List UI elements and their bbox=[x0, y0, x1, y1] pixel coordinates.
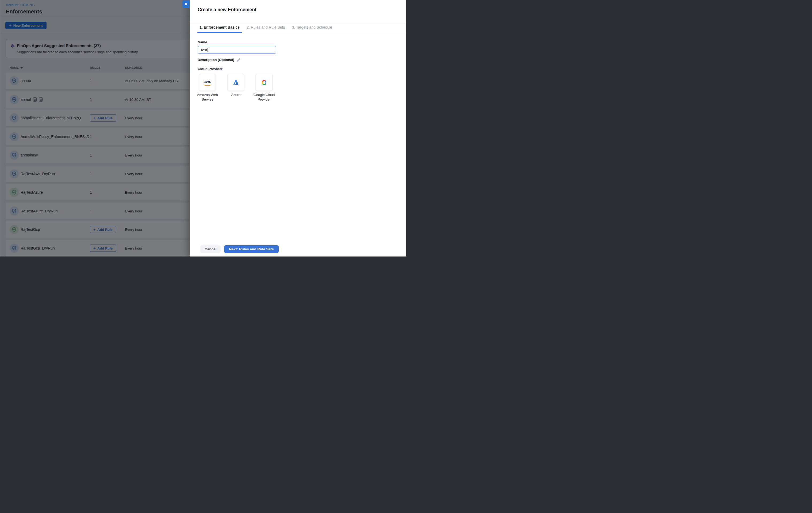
provider-card-gcp[interactable] bbox=[256, 74, 272, 91]
aws-logo-icon: aws bbox=[204, 80, 211, 86]
wizard-tab-3[interactable]: 3. Targets and Schedule bbox=[290, 22, 334, 33]
name-label: Name bbox=[198, 40, 207, 44]
text-cursor bbox=[207, 48, 208, 52]
drawer-footer: Cancel Next: Rules and Rule Sets bbox=[200, 245, 279, 253]
cloud-provider-options: awsAmazon Web ServiesAzureGoogle Cloud P… bbox=[199, 74, 272, 91]
close-drawer-button[interactable]: ✕ bbox=[182, 0, 190, 8]
wizard-tab-1[interactable]: 1. Enforcement Basics bbox=[197, 22, 242, 33]
description-label: Description (Optional) bbox=[198, 58, 234, 62]
provider-card-azure[interactable] bbox=[227, 74, 244, 91]
app-window: Account: CCM-NG Enforcements + New Enfor… bbox=[0, 0, 406, 256]
cloud-provider-label: Cloud Provider bbox=[198, 67, 223, 71]
cancel-button[interactable]: Cancel bbox=[200, 245, 221, 253]
provider-label-aws: Amazon Web Servies bbox=[195, 92, 220, 102]
azure-logo-icon bbox=[232, 79, 239, 86]
gcp-logo-icon bbox=[261, 79, 268, 86]
wizard-tabs: 1. Enforcement Basics2. Rules and Rule S… bbox=[190, 22, 406, 33]
drawer-title: Create a new Enforcement bbox=[198, 7, 257, 12]
create-enforcement-drawer: ✕ Create a new Enforcement 1. Enforcemen… bbox=[190, 0, 406, 256]
name-input[interactable]: test bbox=[198, 46, 276, 54]
provider-label-azure: Azure bbox=[224, 92, 248, 97]
wizard-tab-2[interactable]: 2. Rules and Rule Sets bbox=[244, 22, 287, 33]
provider-label-gcp: Google Cloud Provider bbox=[252, 92, 277, 102]
edit-pencil-icon[interactable] bbox=[236, 58, 240, 62]
name-input-value: test bbox=[201, 48, 207, 52]
next-step-button[interactable]: Next: Rules and Rule Sets bbox=[224, 245, 279, 253]
provider-card-aws[interactable]: aws bbox=[199, 74, 216, 91]
